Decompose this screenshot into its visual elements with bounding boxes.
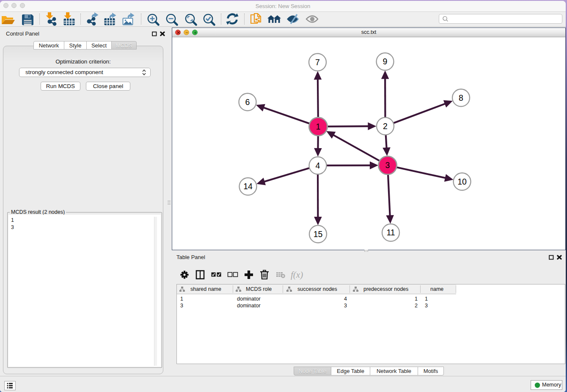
svg-text:name: name — [430, 286, 443, 292]
svg-text:6: 6 — [245, 97, 250, 107]
svg-text:11: 11 — [386, 228, 395, 237]
svg-text:MCDS role: MCDS role — [246, 286, 272, 292]
svg-text:f(x): f(x) — [291, 270, 303, 280]
svg-text:10: 10 — [457, 177, 467, 186]
svg-text:successor nodes: successor nodes — [297, 286, 337, 292]
svg-text:4: 4 — [316, 161, 320, 170]
svg-text:3: 3 — [385, 160, 390, 170]
svg-text:15: 15 — [314, 229, 323, 239]
svg-text:2: 2 — [383, 121, 388, 131]
svg-text:1: 1 — [316, 122, 321, 131]
svg-text:predecessor nodes: predecessor nodes — [363, 286, 408, 292]
svg-text:9: 9 — [383, 57, 388, 66]
svg-text:7: 7 — [315, 58, 320, 67]
svg-text:8: 8 — [459, 93, 463, 102]
svg-text:14: 14 — [243, 182, 253, 191]
svg-text:shared name: shared name — [190, 286, 221, 292]
